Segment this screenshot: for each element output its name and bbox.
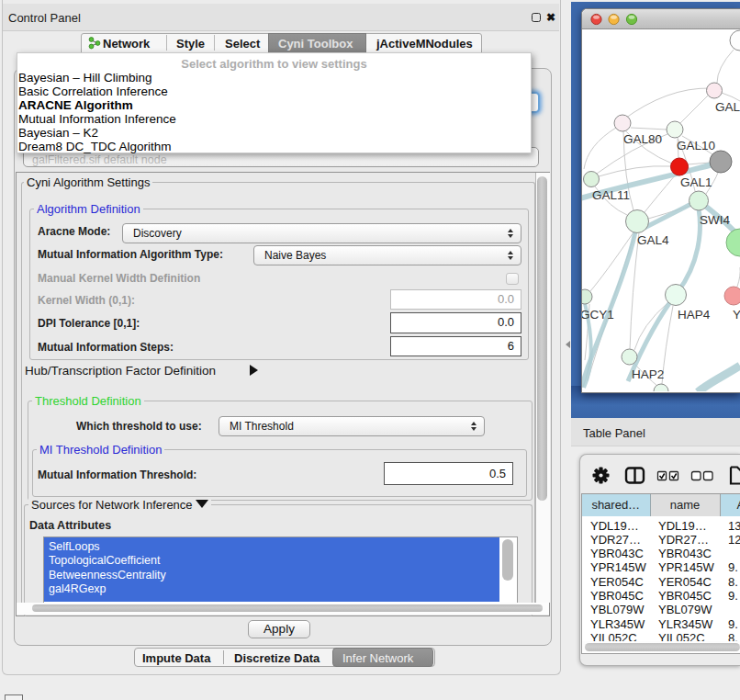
svg-text:Y: Y <box>733 308 740 322</box>
svg-text:GAL2: GAL2 <box>715 100 740 114</box>
svg-text:GAL1: GAL1 <box>680 175 712 189</box>
svg-text:GAL80: GAL80 <box>623 132 662 146</box>
svg-text:HAP4: HAP4 <box>678 308 711 322</box>
svg-text:SWI4: SWI4 <box>700 213 730 227</box>
svg-text:HAP2: HAP2 <box>632 367 664 381</box>
svg-text:GCY1: GCY1 <box>582 308 614 322</box>
svg-text:GAL11: GAL11 <box>592 188 630 202</box>
svg-text:GAL4: GAL4 <box>637 233 669 247</box>
svg-text:GAL10: GAL10 <box>677 139 715 152</box>
